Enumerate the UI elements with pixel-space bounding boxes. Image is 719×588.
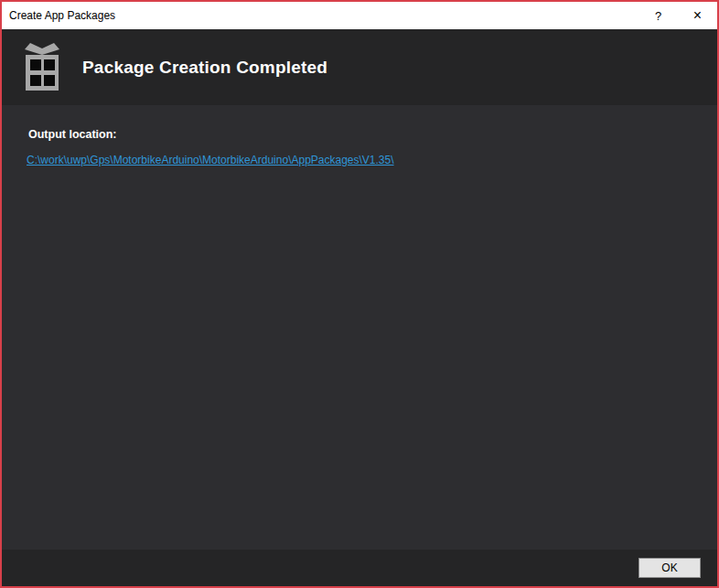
output-location-label: Output location:: [28, 128, 692, 141]
window-title: Create App Packages: [9, 9, 639, 22]
create-app-packages-dialog: Create App Packages ? × Package Creation…: [0, 0, 719, 588]
dialog-body: Output location: C:\work\uwp\Gps\Motorbi…: [2, 105, 717, 550]
help-button[interactable]: ?: [639, 2, 678, 29]
package-gift-icon: [22, 43, 62, 92]
page-title: Package Creation Completed: [82, 58, 327, 78]
dialog-header: Package Creation Completed: [2, 29, 717, 105]
output-location-link[interactable]: C:\work\uwp\Gps\MotorbikeArduino\Motorbi…: [27, 154, 394, 166]
dialog-footer: OK: [2, 550, 717, 586]
help-icon: ?: [655, 9, 661, 23]
title-bar[interactable]: Create App Packages ? ×: [2, 2, 717, 29]
close-button[interactable]: ×: [678, 2, 717, 29]
close-icon: ×: [693, 7, 702, 24]
ok-button[interactable]: OK: [639, 558, 701, 578]
